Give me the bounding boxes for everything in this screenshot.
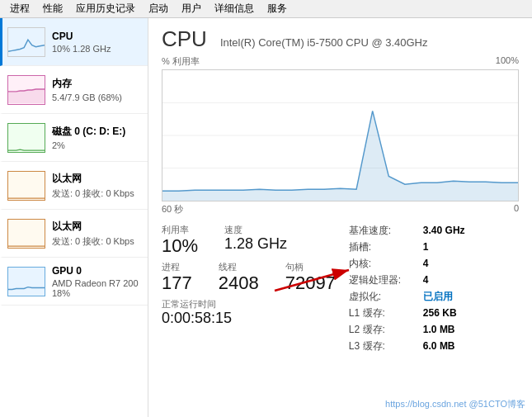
svg-rect-4 [8,172,45,200]
speed-block: 速度 1.28 GHz [224,224,287,256]
chart-zero-label: 0 [514,203,519,216]
eth1-item-info: 以太网 发送: 0 接收: 0 Kbps [52,172,143,200]
thread-block: 线程 2408 [219,261,259,293]
sidebar: CPU 10% 1.28 GHz 内存 5.4/7.9 GB (68%) [0,18,148,417]
disk-mini-chart [7,123,45,153]
right-stat-value-1: 1 [423,241,429,253]
right-stat-label-1: 插槽: [349,240,423,254]
svg-rect-5 [8,220,45,248]
cpu-chart [162,69,519,201]
cpu-item-info: CPU 10% 1.28 GHz [52,31,143,54]
right-stats-container: 基准速度: 3.40 GHz 插槽: 1 内核: 4 逻辑处理器: 4 [349,224,519,353]
right-stat-label-4: 虚拟化: [349,290,423,304]
eth2-item-info: 以太网 发送: 0 接收: 0 Kbps [52,220,143,248]
watermark: https://blog.csdn.net @51CTO博客 [385,398,525,410]
sidebar-item-disk[interactable]: 磁盘 0 (C: D: E:) 2% [0,114,148,162]
right-stat-row-1: 插槽: 1 [349,240,519,254]
eth1-item-name: 以太网 [52,172,143,186]
menu-item-startup[interactable]: 启动 [142,0,175,17]
menu-item-users[interactable]: 用户 [175,0,208,17]
cpu-item-detail: 10% 1.28 GHz [52,44,143,54]
right-stat-label-3: 逻辑处理器: [349,273,423,287]
sidebar-item-eth2[interactable]: 以太网 发送: 0 接收: 0 Kbps [0,210,148,258]
chart-label-right: 100% [496,55,519,68]
svg-rect-6 [8,268,45,296]
right-stat-row-5: L1 缓存: 256 KB [349,306,519,320]
right-stat-value-4: 已启用 [423,290,453,304]
memory-item-info: 内存 5.4/7.9 GB (68%) [52,77,143,102]
content-area: CPU Intel(R) Core(TM) i5-7500 CPU @ 3.40… [148,18,532,417]
bottom-left-stats: 利用率 10% 速度 1.28 GHz 进程 177 线程 [162,220,349,356]
memory-item-name: 内存 [52,77,143,91]
bottom-right-stats: 基准速度: 3.40 GHz 插槽: 1 内核: 4 逻辑处理器: 4 [349,220,519,356]
right-stat-row-7: L3 缓存: 6.0 MB [349,339,519,353]
process-block: 进程 177 [162,261,192,293]
handle-block: 句柄 72097 [285,261,336,293]
cpu-header: CPU Intel(R) Core(TM) i5-7500 CPU @ 3.40… [162,26,519,52]
main-container: CPU 10% 1.28 GHz 内存 5.4/7.9 GB (68%) [0,18,532,417]
cpu-title: CPU [162,26,207,52]
right-stat-row-4: 虚拟化: 已启用 [349,290,519,304]
gpu-mini-chart [7,267,45,296]
right-stat-value-5: 256 KB [423,307,457,319]
eth1-item-detail: 发送: 0 接收: 0 Kbps [52,187,143,200]
uptime-value: 0:00:58:15 [162,310,349,327]
eth2-mini-chart [7,219,45,249]
handle-value: 72097 [285,273,336,293]
right-stat-value-2: 4 [423,258,429,269]
menu-item-history[interactable]: 应用历史记录 [69,0,142,17]
menu-item-services[interactable]: 服务 [261,0,294,17]
disk-item-detail: 2% [52,140,143,150]
gpu-item-info: GPU 0 AMD Radeon R7 200 18% [52,265,143,298]
utilization-label: 利用率 [162,224,198,236]
speed-label: 速度 [224,224,287,236]
eth2-item-name: 以太网 [52,220,143,234]
right-stat-label-0: 基准速度: [349,224,423,238]
right-stat-label-6: L2 缓存: [349,323,423,337]
right-stat-value-7: 6.0 MB [423,340,455,352]
right-stat-row-2: 内核: 4 [349,257,519,271]
chart-bottom: 60 秒 0 [162,203,519,216]
chart-time-label: 60 秒 [162,203,183,216]
sidebar-item-eth1[interactable]: 以太网 发送: 0 接收: 0 Kbps [0,162,148,210]
thread-value: 2408 [219,273,259,293]
cpu-mini-chart [7,27,45,57]
menu-item-performance[interactable]: 性能 [36,0,69,17]
disk-item-name: 磁盘 0 (C: D: E:) [52,125,143,139]
memory-mini-chart [7,75,45,105]
right-stat-value-6: 1.0 MB [423,324,455,335]
menu-item-process[interactable]: 进程 [3,0,36,17]
utilization-block: 利用率 10% [162,224,198,256]
memory-item-detail: 5.4/7.9 GB (68%) [52,92,143,102]
right-stat-row-0: 基准速度: 3.40 GHz [349,224,519,238]
right-stat-row-6: L2 缓存: 1.0 MB [349,323,519,337]
process-label: 进程 [162,261,192,273]
speed-value: 1.28 GHz [224,236,287,253]
menu-bar: 进程 性能 应用历史记录 启动 用户 详细信息 服务 [0,0,532,18]
cpu-item-name: CPU [52,31,143,42]
chart-label-left: % 利用率 [162,55,200,68]
right-stat-label-5: L1 缓存: [349,306,423,320]
disk-item-info: 磁盘 0 (C: D: E:) 2% [52,125,143,150]
cpu-model: Intel(R) Core(TM) i5-7500 CPU @ 3.40GHz [220,36,428,49]
sidebar-item-gpu[interactable]: GPU 0 AMD Radeon R7 200 18% [0,258,148,306]
menu-item-details[interactable]: 详细信息 [208,0,261,17]
chart-labels-top: % 利用率 100% [162,55,519,68]
thread-label: 线程 [219,261,259,273]
right-stat-value-0: 3.40 GHz [423,225,465,236]
right-stat-row-3: 逻辑处理器: 4 [349,273,519,287]
handle-label: 句柄 [285,261,336,273]
sidebar-item-cpu[interactable]: CPU 10% 1.28 GHz [0,18,148,66]
sidebar-item-memory[interactable]: 内存 5.4/7.9 GB (68%) [0,66,148,114]
svg-rect-3 [8,124,45,152]
right-stat-value-3: 4 [423,274,429,286]
bottom-area: 利用率 10% 速度 1.28 GHz 进程 177 线程 [162,220,519,356]
eth2-item-detail: 发送: 0 接收: 0 Kbps [52,235,143,248]
gpu-item-name: GPU 0 [52,265,143,277]
eth1-mini-chart [7,171,45,201]
gpu-item-detail: AMD Radeon R7 200 18% [52,278,143,298]
process-value: 177 [162,273,192,293]
right-stat-label-2: 内核: [349,257,423,271]
utilization-value: 10% [162,236,198,256]
uptime-label: 正常运行时间 [162,298,349,310]
